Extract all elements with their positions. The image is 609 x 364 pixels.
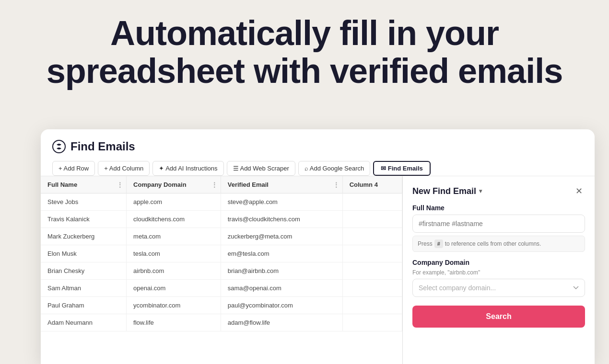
table-cell: zuckerberg@meta.com [221, 228, 342, 245]
table-cell: Paul Graham [41, 297, 127, 314]
table-row: Steve Jobsapple.comsteve@apple.com [41, 193, 402, 211]
hint-box: Press # to reference cells from other co… [412, 236, 585, 252]
table-cell: Adam Neumann [41, 314, 127, 331]
hero-title: Automatically fill in your spreadsheet w… [29, 14, 580, 90]
table-cell: meta.com [127, 228, 221, 245]
add-row-button[interactable]: + Add Row [52, 161, 95, 176]
toolbar: + Add Row + Add Column ✦ Add AI Instruct… [52, 161, 583, 176]
table-cell: em@tesla.com [221, 245, 342, 262]
col-menu-icon[interactable]: ⋮ [211, 181, 218, 189]
card-title-row: Find Emails [52, 140, 583, 153]
company-domain-label: Company Domain [412, 259, 585, 266]
table-row: Elon Musktesla.comem@tesla.com [41, 245, 402, 262]
table-row: Mark Zuckerbergmeta.comzuckerberg@meta.c… [41, 228, 402, 245]
full-name-field-group: Full Name Press # to reference cells fro… [412, 204, 585, 252]
table-cell: cloudkitchens.com [127, 211, 221, 228]
find-emails-button[interactable]: ✉ Find Emails [373, 161, 431, 176]
table-cell [342, 211, 402, 228]
company-domain-select[interactable]: Select company domain... [412, 279, 585, 297]
side-panel: New Find Email ▾ ✕ Full Name Press # to … [403, 176, 595, 364]
add-ai-instructions-button[interactable]: ✦ Add AI Instructions [152, 161, 223, 176]
table-cell: tesla.com [127, 245, 221, 262]
col-column4: Column 4 [342, 176, 402, 193]
table-body: Steve Jobsapple.comsteve@apple.comTravis… [41, 193, 402, 331]
table-cell: Mark Zuckerberg [41, 228, 127, 245]
hero-section: Automatically fill in your spreadsheet w… [0, 0, 609, 100]
table-cell [342, 280, 402, 297]
chevron-down-icon[interactable]: ▾ [479, 188, 482, 194]
table-cell: steve@apple.com [221, 193, 342, 211]
table-cell: paul@ycombinator.com [221, 297, 342, 314]
table-cell: ycombinator.com [127, 297, 221, 314]
col-full-name: Full Name ⋮ [41, 176, 127, 193]
table-cell: adam@flow.life [221, 314, 342, 331]
table-cell: sama@openai.com [221, 280, 342, 297]
table-cell: flow.life [127, 314, 221, 331]
card-title: Find Emails [70, 140, 135, 153]
full-name-label: Full Name [412, 204, 585, 212]
table-cell: Travis Kalanick [41, 211, 127, 228]
table-cell: Steve Jobs [41, 193, 127, 211]
content-area: Full Name ⋮ Company Domain ⋮ Verified Em… [41, 176, 595, 364]
hint-press-text: Press [418, 240, 433, 247]
col-company-domain: Company Domain ⋮ [127, 176, 221, 193]
search-button[interactable]: Search [412, 306, 585, 328]
add-column-button[interactable]: + Add Column [98, 161, 150, 176]
table-cell [342, 193, 402, 211]
table-cell [342, 297, 402, 314]
panel-header: New Find Email ▾ ✕ [412, 185, 585, 197]
table-row: Sam Altmanopenai.comsama@openai.com [41, 280, 402, 297]
table-cell [342, 262, 402, 280]
company-domain-hint: For example, "airbnb.com" [412, 269, 585, 276]
col-menu-icon[interactable]: ⋮ [117, 181, 123, 189]
col-menu-icon[interactable]: ⋮ [333, 181, 340, 189]
table-cell: brian@airbnb.com [221, 262, 342, 280]
table-cell: travis@cloudkitchens.com [221, 211, 342, 228]
svg-point-1 [53, 140, 65, 153]
table-cell: apple.com [127, 193, 221, 211]
card-wrapper: Find Emails + Add Row + Add Column ✦ Add… [41, 129, 595, 364]
main-card: Find Emails + Add Row + Add Column ✦ Add… [41, 129, 595, 364]
add-web-scraper-button[interactable]: ☰ Add Web Scraper [227, 161, 295, 176]
col-verified-email: Verified Email ⋮ [221, 176, 342, 193]
close-button[interactable]: ✕ [573, 185, 585, 197]
hash-icon: # [434, 239, 443, 248]
panel-title: New Find Email ▾ [412, 186, 482, 196]
table-cell: openai.com [127, 280, 221, 297]
table-cell [342, 245, 402, 262]
table-cell: Elon Musk [41, 245, 127, 262]
table-area: Full Name ⋮ Company Domain ⋮ Verified Em… [41, 176, 403, 364]
table-cell: Sam Altman [41, 280, 127, 297]
data-table: Full Name ⋮ Company Domain ⋮ Verified Em… [41, 176, 402, 331]
table-row: Adam Neumannflow.lifeadam@flow.life [41, 314, 402, 331]
hint-suffix-text: to reference cells from other columns. [445, 240, 541, 247]
app-logo-icon [52, 140, 66, 153]
card-header: Find Emails + Add Row + Add Column ✦ Add… [41, 129, 595, 176]
company-domain-field-group: Company Domain For example, "airbnb.com"… [412, 259, 585, 297]
table-row: Brian Cheskyairbnb.combrian@airbnb.com [41, 262, 402, 280]
table-row: Paul Grahamycombinator.compaul@ycombinat… [41, 297, 402, 314]
full-name-input[interactable] [412, 215, 585, 233]
table-cell: airbnb.com [127, 262, 221, 280]
table-cell [342, 314, 402, 331]
table-header-row: Full Name ⋮ Company Domain ⋮ Verified Em… [41, 176, 402, 193]
table-cell: Brian Chesky [41, 262, 127, 280]
table-row: Travis Kalanickcloudkitchens.comtravis@c… [41, 211, 402, 228]
table-cell [342, 228, 402, 245]
add-google-search-button[interactable]: ⌕ Add Google Search [298, 161, 370, 176]
